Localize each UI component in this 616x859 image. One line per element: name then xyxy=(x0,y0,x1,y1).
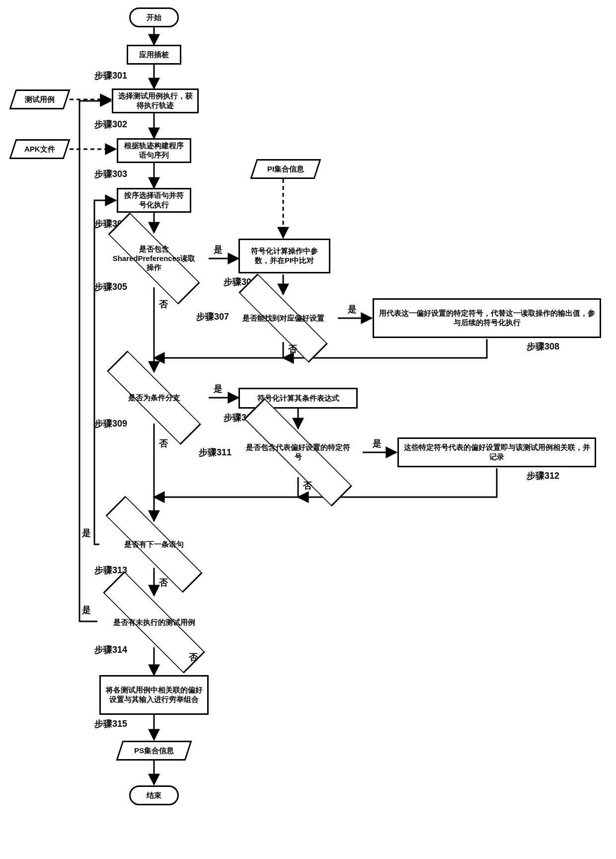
decision-unrun-test: 是否有未执行的测试用例 xyxy=(97,596,211,649)
io-apk: APK文件 xyxy=(9,139,71,159)
decision-has-symbol: 是否包含代表偏好设置的特定符号 xyxy=(236,427,360,478)
io-pi-set: PI集合信息 xyxy=(250,159,321,179)
io-ps-set: PS集合信息 xyxy=(116,741,192,761)
step-312-label: 步骤312 xyxy=(527,470,559,482)
step-303-label: 步骤303 xyxy=(94,168,127,180)
io-apk-text: APK文件 xyxy=(24,145,55,154)
edge-no-309: 否 xyxy=(159,437,168,449)
edge-no-313: 否 xyxy=(159,577,168,589)
edge-no-314: 否 xyxy=(189,651,198,663)
edge-no-305: 否 xyxy=(159,298,168,310)
step-307-label: 步骤307 xyxy=(196,311,229,323)
edge-yes-309: 是 xyxy=(214,383,223,395)
decision-is-branch-text: 是否为条件分支 xyxy=(128,393,180,403)
decision-has-symbol-text: 是否包含代表偏好设置的特定符号 xyxy=(245,443,351,462)
edge-no-307: 否 xyxy=(288,343,297,355)
process-build-seq: 根据轨迹构建程序语句序列 xyxy=(117,138,191,163)
decision-sp-read-text: 是否包含SharedPreferences读取操作 xyxy=(112,245,196,272)
start-terminator: 开始 xyxy=(129,7,179,27)
step-309-label: 步骤309 xyxy=(94,418,127,430)
edge-no-311: 否 xyxy=(303,480,312,492)
step-315-label: 步骤315 xyxy=(94,718,127,730)
edge-yes-307: 是 xyxy=(348,303,357,315)
decision-next-stmt-text: 是否有下一条语句 xyxy=(124,540,184,549)
io-test-case: 测试用例 xyxy=(9,89,71,109)
process-pick-stmt: 按序选择语句并符号化执行 xyxy=(117,188,191,213)
process-record-assoc: 这些特定符号代表的偏好设置即与该测试用例相关联，并记录 xyxy=(397,437,596,467)
step-301-label: 步骤301 xyxy=(94,70,127,82)
edge-yes-305: 是 xyxy=(214,244,223,256)
decision-sp-read: 是否包含SharedPreferences读取操作 xyxy=(104,231,204,286)
step-308-label: 步骤308 xyxy=(527,341,559,352)
decision-next-stmt: 是否有下一条语句 xyxy=(99,519,209,569)
edge-yes-311: 是 xyxy=(373,437,382,449)
io-ps-text: PS集合信息 xyxy=(134,746,174,756)
decision-is-branch: 是否为条件分支 xyxy=(102,372,206,424)
decision-find-pref: 是否能找到对应偏好设置 xyxy=(233,294,333,342)
edge-yes-313: 是 xyxy=(82,527,91,539)
decision-find-pref-text: 是否能找到对应偏好设置 xyxy=(242,314,324,323)
io-pi-text: PI集合信息 xyxy=(267,165,304,174)
decision-unrun-test-text: 是否有未执行的测试用例 xyxy=(113,618,195,627)
flowchart-canvas: 开始 应用插桩 步骤301 测试用例 选择测试用例执行，获得执行轨迹 步骤302… xyxy=(0,0,616,859)
io-test-case-text: 测试用例 xyxy=(25,95,55,104)
process-symbolic-pi: 符号化计算操作中参数，并在PI中比对 xyxy=(238,239,330,273)
step-314-label: 步骤314 xyxy=(94,644,127,656)
edge-yes-314: 是 xyxy=(82,604,91,616)
step-305-label: 步骤305 xyxy=(94,281,127,293)
end-terminator: 结束 xyxy=(129,785,179,805)
process-instrument: 应用插桩 xyxy=(127,45,181,65)
step-302-label: 步骤302 xyxy=(94,118,127,130)
process-enumerate: 将各测试用例中相关联的偏好设置与其输入进行穷举组合 xyxy=(99,675,209,715)
step-311-label: 步骤311 xyxy=(199,446,231,458)
process-select-test: 选择测试用例执行，获得执行轨迹 xyxy=(112,88,199,113)
process-replace-symbol: 用代表这一偏好设置的特定符号，代替这一读取操作的输出值，参与后续的符号化执行 xyxy=(373,298,601,338)
